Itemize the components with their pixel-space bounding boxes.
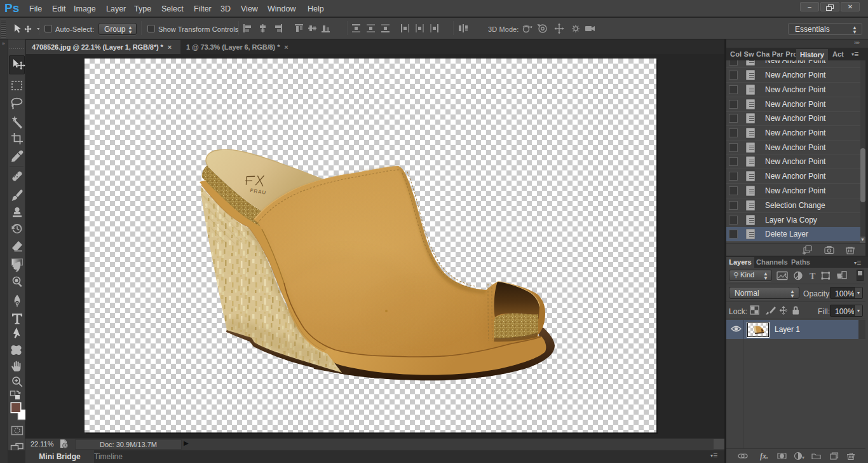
svg-text:fx.: fx. xyxy=(760,452,768,460)
svg-text:▾: ▾ xyxy=(802,455,804,460)
svg-text:T: T xyxy=(810,272,816,281)
